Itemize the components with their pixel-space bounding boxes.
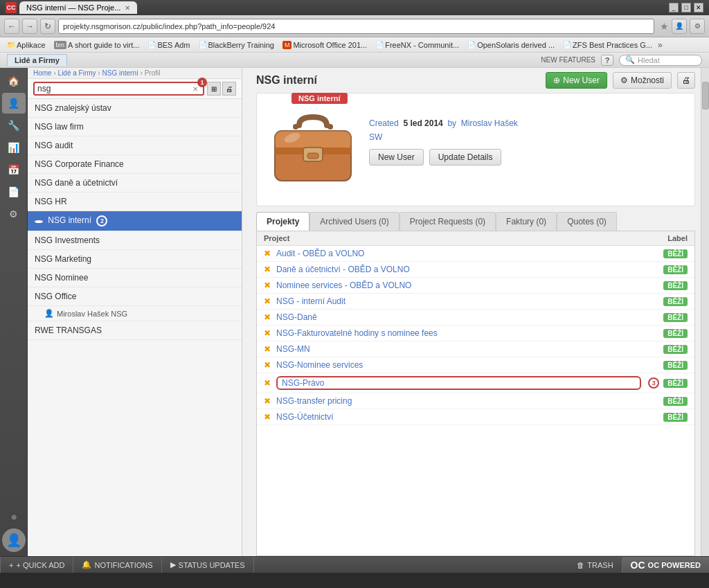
bookmark-bes[interactable]: 📄 BES Adm bbox=[145, 40, 192, 50]
remove-icon[interactable]: ✖ bbox=[264, 312, 272, 322]
restore-btn[interactable]: □ bbox=[681, 3, 691, 12]
user-avatar[interactable]: 👤 bbox=[2, 528, 26, 552]
remove-icon[interactable]: ✖ bbox=[264, 344, 272, 354]
bookmark-star[interactable]: ★ bbox=[660, 21, 669, 32]
list-item[interactable]: RWE TRANSGAS bbox=[28, 321, 242, 340]
bookmarks-more-btn[interactable]: » bbox=[658, 40, 663, 50]
tab-projekty[interactable]: Projekty bbox=[256, 212, 309, 231]
scrollbar-track[interactable] bbox=[701, 68, 709, 556]
list-item[interactable]: NSG znalejský ústav bbox=[28, 99, 242, 118]
list-item[interactable]: NSG law firm bbox=[28, 118, 242, 136]
bookmark-msoffice[interactable]: M Microsoft Office 201... bbox=[280, 40, 370, 50]
list-item-nsg-interni[interactable]: NSG interní 2 bbox=[28, 211, 242, 231]
sidebar-add-btn[interactable]: ⊕ bbox=[2, 506, 26, 527]
browser-menu-btn[interactable]: ⚙ bbox=[690, 19, 705, 34]
bookmark-blackberry[interactable]: 📄 BlackBerry Training bbox=[196, 40, 277, 50]
new-user-btn[interactable]: ⊕ New User bbox=[546, 72, 607, 89]
help-btn[interactable]: ? bbox=[601, 55, 613, 66]
notifications-btn[interactable]: 🔔 NOTIFICATIONS bbox=[73, 557, 161, 573]
scrollbar-thumb[interactable] bbox=[702, 82, 709, 109]
list-item[interactable]: NSG Corporate Finance bbox=[28, 155, 242, 174]
project-link[interactable]: Audit - OBĚD a VOLNO bbox=[276, 249, 659, 258]
remove-icon[interactable]: ✖ bbox=[264, 280, 272, 290]
print-list-btn[interactable]: 🖨 bbox=[222, 82, 236, 96]
list-item[interactable]: NSG Nominee bbox=[28, 269, 242, 287]
remove-icon[interactable]: ✖ bbox=[264, 328, 272, 338]
tab-project-requests[interactable]: Project Requests (0) bbox=[400, 212, 496, 231]
bookmark-freenx[interactable]: 📄 FreeNX - Communit... bbox=[373, 40, 462, 50]
remove-icon[interactable]: ✖ bbox=[264, 249, 272, 258]
list-item[interactable]: NSG HR bbox=[28, 193, 242, 211]
lide-firmy-tab[interactable]: Lidé a Firmy bbox=[7, 54, 67, 66]
remove-icon[interactable]: ✖ bbox=[264, 412, 272, 422]
new-features-btn[interactable]: NEW FEATURES bbox=[541, 56, 595, 64]
project-link[interactable]: NSG-Daně bbox=[276, 312, 659, 322]
bookmark-zfs[interactable]: 📄 ZFS Best Practices G... bbox=[560, 40, 655, 50]
project-link-nsg-pravo[interactable]: NSG-Právo bbox=[276, 376, 641, 390]
project-link[interactable]: NSG-Nominee services bbox=[276, 360, 659, 370]
user-icon: 👤 bbox=[44, 309, 54, 318]
bookmark-aplicace[interactable]: 📁 Aplikace bbox=[4, 40, 48, 50]
app-search-box[interactable]: 🔍 Hledat bbox=[619, 55, 702, 66]
sidebar-chart-btn[interactable]: 📊 bbox=[2, 137, 26, 158]
project-link[interactable]: NSG-MN bbox=[276, 344, 659, 354]
status-updates-btn[interactable]: ▶ STATUS UPDATES bbox=[162, 557, 254, 573]
status-badge: BĚŽÍ bbox=[663, 249, 688, 258]
status-badge: BĚŽÍ bbox=[663, 345, 688, 354]
remove-icon[interactable]: ✖ bbox=[264, 360, 272, 370]
extensions-btn[interactable]: 👤 bbox=[672, 19, 687, 34]
tab-close-btn[interactable]: ✕ bbox=[125, 4, 130, 12]
project-link[interactable]: NSG-transfer pricing bbox=[276, 396, 659, 406]
sidebar-calendar-btn[interactable]: 📅 bbox=[2, 159, 26, 180]
list-item[interactable]: NSG Investments bbox=[28, 231, 242, 250]
bookmark-guide[interactable]: bm A short guide to virt... bbox=[51, 40, 143, 50]
quick-add-btn[interactable]: + + QUICK ADD bbox=[0, 557, 73, 573]
project-link[interactable]: Nominee services - OBĚD a VOLNO bbox=[276, 280, 659, 290]
project-link[interactable]: Daně a účetnictví - OBĚD a VOLNO bbox=[276, 265, 659, 274]
browser-tab-active[interactable]: NSG interní — NSG Proje... ✕ bbox=[19, 1, 137, 14]
forward-btn[interactable]: → bbox=[22, 19, 37, 34]
remove-icon[interactable]: ✖ bbox=[264, 378, 272, 388]
list-container: NSG znalejský ústav NSG law firm NSG aud… bbox=[28, 99, 242, 556]
project-link[interactable]: NSG-Fakturovatelné hodiny s nominee fees bbox=[276, 328, 659, 338]
moznosti-btn[interactable]: ⚙ Možnosti bbox=[613, 72, 672, 89]
tab-faktury[interactable]: Faktury (0) bbox=[496, 212, 557, 231]
grid-view-btn[interactable]: ⊞ bbox=[207, 82, 221, 96]
list-item-text: NSG interní bbox=[48, 215, 91, 225]
sidebar-document-btn[interactable]: 📄 bbox=[2, 181, 26, 202]
creator-suffix[interactable]: SW bbox=[369, 132, 683, 142]
powered-btn[interactable]: OC OC POWERED bbox=[622, 557, 709, 573]
sidebar-tools-btn[interactable]: 🔧 bbox=[2, 115, 26, 136]
address-bar[interactable]: projekty.nsgmorison.cz/public/index.php?… bbox=[58, 19, 654, 34]
list-item[interactable]: NSG Marketing bbox=[28, 250, 242, 269]
breadcrumb-home[interactable]: Home bbox=[33, 69, 52, 77]
close-btn[interactable]: ✕ bbox=[694, 3, 703, 12]
project-link[interactable]: NSG - interní Audit bbox=[276, 296, 659, 306]
tab-archived-users[interactable]: Archived Users (0) bbox=[309, 212, 399, 231]
sidebar-home-btn[interactable]: 🏠 bbox=[2, 71, 26, 91]
profile-new-user-btn[interactable]: New User bbox=[369, 149, 424, 166]
powered-label: OC POWERED bbox=[648, 561, 701, 569]
trash-btn[interactable]: 🗑 TRASH bbox=[568, 557, 622, 573]
back-btn[interactable]: ← bbox=[4, 19, 19, 34]
remove-icon[interactable]: ✖ bbox=[264, 265, 272, 274]
content-header: NSG interní ⊕ New User ⚙ Možnosti 🖨 bbox=[242, 68, 709, 93]
tab-quotes[interactable]: Quotes (0) bbox=[557, 212, 617, 231]
project-link[interactable]: NSG-Účetnictví bbox=[276, 412, 659, 422]
breadcrumb-lide[interactable]: Lidé a Firmy bbox=[58, 69, 96, 77]
remove-icon[interactable]: ✖ bbox=[264, 396, 272, 406]
sidebar-people-btn[interactable]: 👤 bbox=[2, 93, 26, 114]
breadcrumb-nsg-interni[interactable]: NSG interní bbox=[102, 69, 138, 77]
bookmark-opensolaris[interactable]: 📄 OpenSolaris derived ... bbox=[465, 40, 557, 50]
minimize-btn[interactable]: _ bbox=[669, 3, 679, 12]
print-btn[interactable]: 🖨 bbox=[677, 72, 695, 89]
remove-icon[interactable]: ✖ bbox=[264, 296, 272, 306]
list-item[interactable]: NSG daně a účetnictví bbox=[28, 174, 242, 193]
list-subitem-miroslav[interactable]: 👤 Miroslav Hašek NSG bbox=[28, 306, 242, 321]
sidebar-settings-btn[interactable]: ⚙ bbox=[2, 204, 26, 224]
reload-btn[interactable]: ↻ bbox=[40, 19, 55, 34]
update-details-btn[interactable]: Update Details bbox=[429, 149, 502, 166]
creator-name[interactable]: Miroslav Hašek bbox=[461, 118, 518, 128]
list-item[interactable]: NSG Office bbox=[28, 287, 242, 306]
list-item[interactable]: NSG audit bbox=[28, 136, 242, 155]
